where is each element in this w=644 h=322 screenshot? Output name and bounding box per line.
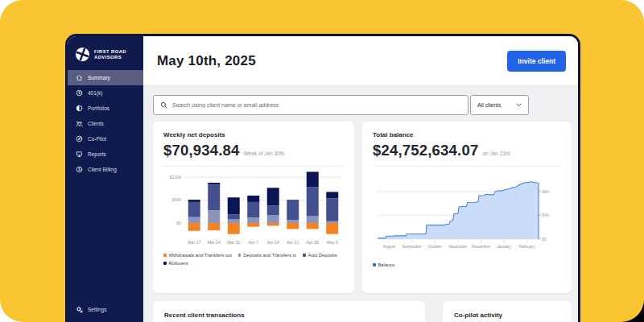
monitor-icon (76, 151, 83, 158)
top-header: May 10th, 2025 Invite client (143, 36, 578, 86)
balance-card-title: Total balance (373, 131, 561, 138)
client-filter-dropdown[interactable]: All clients (470, 95, 529, 115)
sidebar-item-co-pilot[interactable]: Co-Pilot (68, 131, 143, 147)
half-circle-icon (76, 105, 83, 112)
main-area: May 10th, 2025 Invite client All clients (143, 36, 578, 322)
legend-item: Deposits and Transfers in (238, 253, 296, 258)
svg-text:Apr 28: Apr 28 (307, 240, 319, 245)
legend-item: Withdrawals and Transfers out (163, 253, 232, 258)
compass-icon (76, 135, 83, 142)
search-input[interactable] (172, 102, 461, 108)
svg-text:Apr 7: Apr 7 (249, 240, 259, 245)
svg-text:Mar 31: Mar 31 (227, 240, 240, 245)
svg-text:$: $ (78, 167, 80, 171)
sidebar-item-label: Clients (88, 121, 104, 126)
client-search[interactable] (153, 95, 469, 115)
brand: FIRST ROAD ADVISORS (68, 36, 143, 70)
search-icon (160, 101, 167, 109)
svg-text:Apr 14: Apr 14 (267, 240, 279, 245)
sidebar-item-label: Client Billing (88, 167, 117, 172)
copilot-activity-card: Co-pilot activity (443, 301, 572, 322)
brand-logo-icon (75, 47, 90, 62)
svg-text:September: September (402, 244, 423, 249)
svg-text:$4m: $4m (543, 213, 550, 217)
svg-text:Mar 24: Mar 24 (208, 240, 221, 245)
svg-text:October: October (428, 244, 443, 249)
svg-text:November: November (448, 244, 467, 249)
svg-text:Apr 21: Apr 21 (287, 240, 299, 245)
svg-text:$0: $0 (176, 221, 181, 225)
invite-client-button[interactable]: Invite client (507, 51, 566, 72)
balance-card-value: $24,752,634.07 (373, 142, 478, 159)
weekly-card-title: Weekly net deposits (163, 131, 344, 138)
total-balance-area-chart: $0$4m$8mAugustSeptemberOctoberNovemberDe… (373, 167, 561, 257)
svg-text:$0: $0 (543, 237, 547, 242)
legend-item-balance: Balance (373, 262, 394, 267)
svg-text:$50k: $50k (172, 197, 182, 202)
filter-value: All clients (477, 102, 502, 108)
home-icon (76, 74, 83, 81)
sidebar-item-summary[interactable]: Summary (68, 70, 143, 85)
dollar-circle-icon: $ (76, 89, 83, 97)
balance-card-period: on Jan 23rd (482, 151, 510, 156)
legend-dot (163, 262, 167, 265)
content-area: All clients Weekly net deposits $70,934.… (143, 86, 578, 322)
svg-text:February: February (519, 244, 536, 249)
svg-text:$100k: $100k (170, 175, 182, 180)
svg-text:May 5: May 5 (327, 240, 338, 245)
legend-dot (163, 254, 167, 257)
gear-icon (76, 306, 83, 313)
sidebar-item-label: Settings (88, 307, 107, 312)
page-date: May 10th, 2025 (157, 53, 256, 69)
billing-icon: $ (76, 166, 83, 173)
sidebar-item-label: Reports (88, 151, 106, 157)
screenshot-canvas: FIRST ROAD ADVISORS Summary$401(k)Portfo… (0, 0, 644, 322)
sidebar-item-client-billing[interactable]: $Client Billing (68, 162, 143, 177)
sidebar-item-portfolios[interactable]: Portfolios (68, 101, 143, 116)
sidebar-item-label: Co-Pilot (88, 136, 106, 142)
chevron-down-icon (516, 103, 522, 107)
total-balance-card: Total balance $24,752,634.07 on Jan 23rd… (362, 122, 572, 293)
weekly-card-value: $70,934.84 (163, 142, 240, 159)
svg-text:December: December (472, 244, 490, 249)
weekly-net-deposits-card: Weekly net deposits $70,934.84 Week of J… (153, 122, 354, 293)
people-icon (76, 120, 83, 127)
sidebar-nav: Summary$401(k)PortfoliosClientsCo-PilotR… (68, 70, 143, 177)
weekly-deposits-bar-chart: $100k$50k$0Mar 17Mar 24Mar 31Apr 7Apr 14… (163, 167, 344, 247)
svg-text:$8m: $8m (543, 190, 550, 194)
recent-transactions-card: Recent client transactions (153, 301, 425, 322)
svg-text:August: August (382, 244, 395, 249)
weekly-chart-legend: Withdrawals and Transfers outDeposits an… (163, 253, 344, 266)
legend-item: Rollovers (163, 261, 188, 266)
svg-text:$: $ (78, 91, 80, 95)
sidebar-settings-wrap: Settings (68, 302, 143, 317)
svg-text:January: January (497, 244, 511, 249)
svg-text:Mar 17: Mar 17 (188, 240, 200, 245)
legend-dot (238, 254, 242, 257)
legend-dot (303, 254, 306, 257)
legend-item: Auto Deposits (303, 253, 337, 258)
balance-chart-legend: Balance (373, 262, 561, 267)
sidebar-item-clients[interactable]: Clients (68, 116, 143, 131)
weekly-card-period: Week of Jan 30th (244, 151, 284, 156)
sidebar: FIRST ROAD ADVISORS Summary$401(k)Portfo… (68, 36, 143, 322)
sidebar-item-401-k-[interactable]: $401(k) (68, 85, 143, 101)
copilot-activity-title: Co-pilot activity (454, 312, 560, 319)
sidebar-item-label: Summary (88, 75, 110, 80)
sidebar-item-settings[interactable]: Settings (68, 302, 143, 317)
legend-dot (373, 263, 376, 266)
sidebar-item-reports[interactable]: Reports (68, 147, 143, 162)
brand-line2: ADVISORS (94, 55, 126, 60)
sidebar-item-label: 401(k) (88, 90, 102, 96)
recent-transactions-title: Recent client transactions (164, 312, 414, 319)
sidebar-item-label: Portfolios (88, 105, 109, 111)
brand-line1: FIRST ROAD (94, 49, 126, 55)
app-window: FIRST ROAD ADVISORS Summary$401(k)Portfo… (65, 34, 580, 322)
